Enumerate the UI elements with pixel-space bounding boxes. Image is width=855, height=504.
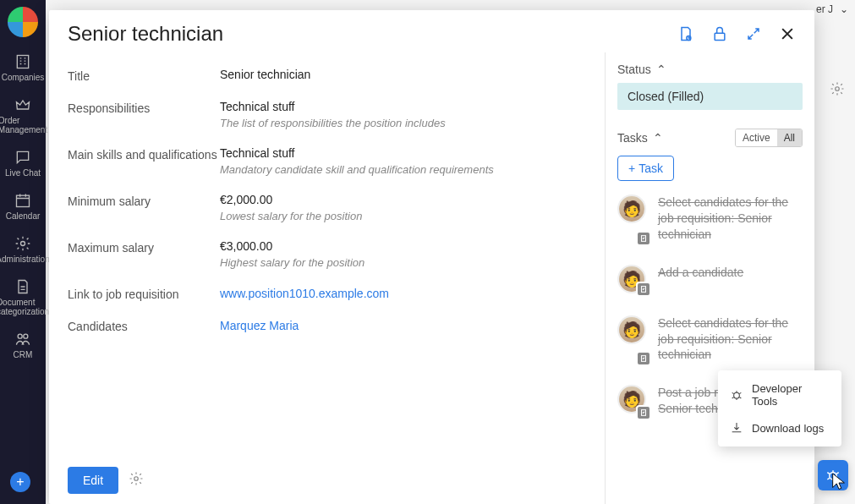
doc-icon [14,277,32,296]
close-icon[interactable] [779,25,796,42]
svg-point-2 [21,242,25,246]
field-link: Link to job requisition www.position1010… [68,277,586,310]
sidebar-item-order-management[interactable]: Order Management [0,90,46,140]
app-sidebar: Companies Order Management Live Chat Cal… [0,0,46,504]
tasks-label: Tasks [617,131,648,145]
menu-developer-tools[interactable]: Developer Tools [718,375,841,414]
sidebar-item-calendar[interactable]: Calendar [0,186,46,226]
user-menu[interactable]: er J ⌄ [816,3,848,15]
settings-icon[interactable] [830,81,845,100]
field-label: Responsibilities [68,100,220,115]
clipboard-icon [636,351,651,366]
debug-fab[interactable] [818,460,848,490]
settings-icon[interactable] [129,471,144,490]
sidebar-item-label: Administration [0,255,50,264]
requisition-link[interactable]: www.position1010.example.com [220,287,389,300]
clipboard-icon [636,231,651,246]
edit-button[interactable]: Edit [68,467,118,494]
filter-all[interactable]: All [777,129,802,146]
field-label: Minimum salary [68,193,220,208]
field-maximum-salary: Maximum salary €3,000.00 Highest salary … [68,231,586,277]
details-panel: Title Senior technician Responsibilities… [49,52,605,504]
svg-point-5 [836,87,840,91]
task-item[interactable]: 🧑 Add a candidate [617,265,803,293]
field-responsibilities: Responsibilities Technical stuff The lis… [68,91,586,138]
field-candidates: Candidates Marquez Maria [68,310,586,342]
svg-point-3 [18,334,22,338]
sidebar-item-label: Companies [2,73,45,82]
field-help: Lowest salary for the position [220,210,586,222]
menu-label: Download logs [752,422,824,435]
task-title: Add a candidate [658,265,743,293]
sidebar-item-live-chat[interactable]: Live Chat [0,143,46,183]
field-help: Highest salary for the position [220,256,586,269]
field-label: Main skills and qualifications [68,146,220,162]
status-section-head[interactable]: Status ⌃ [617,63,803,76]
job-requisition-modal: Senior technician Title Senior technicia… [49,10,814,504]
modal-footer: Edit [68,453,586,494]
svg-rect-1 [17,195,30,206]
svg-point-8 [134,477,139,481]
svg-point-14 [830,473,836,479]
modal-title: Senior technician [68,22,677,46]
people-icon [14,330,32,348]
avatar: 🧑 [617,265,649,293]
lock-icon[interactable] [711,25,728,42]
expand-icon[interactable] [745,25,762,42]
sidebar-item-label: Calendar [6,211,41,221]
field-value: €2,000.00 [220,193,586,206]
sidebar-item-label: Live Chat [5,168,41,178]
modal-header: Senior technician [49,10,814,52]
calendar-icon [14,191,32,210]
task-item[interactable]: 🧑 Select candidates for the job requisit… [617,315,803,364]
gear-icon [14,234,32,253]
context-menu: Developer Tools Download logs [718,370,841,446]
download-icon [730,421,743,435]
avatar: 🧑 [617,385,649,417]
status-label: Status [617,63,651,76]
status-badge[interactable]: Closed (Filled) [617,83,803,110]
chat-icon [14,148,32,167]
add-task-label: Task [639,162,663,175]
candidate-link[interactable]: Marquez Maria [220,319,299,332]
svg-point-13 [734,392,740,398]
task-filter-toggle: Active All [735,129,803,147]
sidebar-item-label: CRM [14,350,33,359]
field-title: Title Senior technician [68,59,586,91]
bug-icon [730,388,743,402]
sidebar-item-companies[interactable]: Companies [0,47,46,87]
sidebar-item-administration[interactable]: Administration [0,229,46,269]
sidebar-item-crm[interactable]: CRM [0,325,46,364]
field-label: Title [68,68,220,83]
field-value: Technical stuff [220,100,586,113]
app-logo [8,7,38,37]
chevron-down-icon: ⌄ [840,3,848,15]
field-help: The list of responsibilities the positio… [220,117,586,129]
field-label: Link to job requisition [68,286,220,301]
field-value: €3,000.00 [220,239,586,253]
report-icon[interactable] [677,25,694,42]
field-minimum-salary: Minimum salary €2,000.00 Lowest salary f… [68,184,586,231]
task-item[interactable]: 🧑 Select candidates for the job requisit… [617,194,803,243]
clipboard-icon [636,282,651,297]
field-help: Mandatory candidate skill and qualificat… [220,163,586,176]
chevron-up-icon: ⌃ [656,63,666,76]
task-title: Select candidates for the job requisitio… [658,315,803,364]
plus-icon: + [628,162,635,175]
field-label: Maximum salary [68,239,220,255]
tasks-section-head[interactable]: Tasks ⌃ [617,131,663,145]
svg-point-4 [24,334,28,338]
menu-download-logs[interactable]: Download logs [718,414,841,441]
chevron-up-icon: ⌃ [653,131,663,145]
field-value: Senior technician [220,68,586,81]
filter-active[interactable]: Active [736,129,777,146]
building-icon [14,52,32,71]
avatar: 🧑 [617,194,649,243]
add-task-button[interactable]: + Task [617,156,674,181]
crown-icon [14,96,32,114]
sidebar-add-button[interactable]: + [10,472,30,492]
task-title: Select candidates for the job requisitio… [658,194,803,243]
avatar: 🧑 [617,315,649,364]
field-skills: Main skills and qualifications Technical… [68,138,586,184]
sidebar-item-document-categorization[interactable]: Document categorization [0,272,46,321]
